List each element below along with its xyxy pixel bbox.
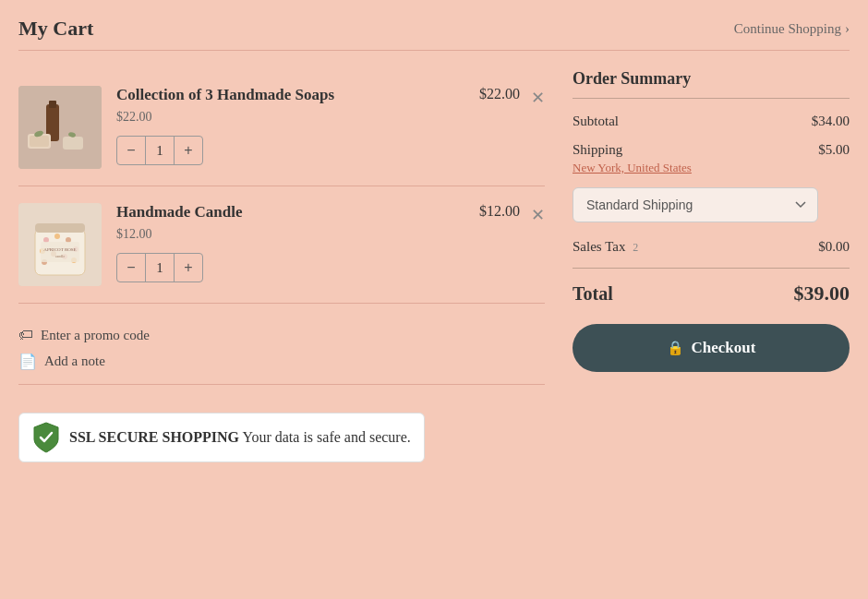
subtotal-row: Subtotal $34.00 [573, 114, 850, 129]
shipping-method-select[interactable]: Standard Shipping Express Shipping Free … [573, 187, 818, 222]
checkout-button[interactable]: 🔒 Checkout [573, 324, 850, 372]
sales-tax-label: Sales Tax 2 [573, 239, 638, 255]
remove-item-btn[interactable]: ✕ [531, 88, 545, 108]
shipping-label: Shipping [573, 142, 818, 158]
item-price-group: $12.00 ✕ [479, 203, 545, 225]
ssl-shield-icon [32, 421, 60, 454]
item-price-group: $22.00 ✕ [479, 86, 545, 108]
svg-rect-20 [41, 242, 79, 262]
quantity-increase-btn[interactable]: + [175, 137, 202, 164]
continue-shopping-link[interactable]: Continue Shopping › [734, 21, 850, 37]
cart-item: APRICOT ROSE candle Handmade Candle $12.… [18, 186, 545, 304]
add-note-link[interactable]: 📄 Add a note [18, 348, 545, 375]
ssl-text: SSL SECURE SHOPPING Your data is safe an… [69, 429, 411, 446]
main-layout: Collection of 3 Handmade Soaps $22.00 − … [18, 69, 850, 462]
ssl-badge: SSL SECURE SHOPPING Your data is safe an… [18, 413, 425, 462]
shipping-group: Shipping New York, United States Standar… [573, 142, 818, 222]
svg-rect-2 [49, 101, 56, 108]
promo-icon: 🏷 [18, 327, 33, 343]
quantity-value: 1 [145, 137, 175, 164]
quantity-increase-btn[interactable]: + [175, 254, 202, 282]
total-value: $39.00 [794, 282, 850, 305]
order-summary-section: Order Summary Subtotal $34.00 Shipping N… [573, 69, 850, 372]
item-total-price: $12.00 [479, 203, 520, 220]
item-name: Collection of 3 Handmade Soaps [116, 86, 464, 104]
shipping-row: Shipping New York, United States Standar… [573, 142, 850, 222]
quantity-control: − 1 + [116, 253, 203, 282]
total-divider [573, 268, 850, 269]
item-name: Handmade Candle [116, 203, 464, 222]
quantity-value: 1 [145, 254, 175, 282]
cart-actions: 🏷 Enter a promo code 📄 Add a note [18, 304, 545, 385]
svg-point-12 [54, 234, 60, 239]
item-details: Collection of 3 Handmade Soaps $22.00 − … [116, 86, 464, 165]
quantity-control: − 1 + [116, 136, 203, 165]
quantity-decrease-btn[interactable]: − [117, 254, 145, 282]
subtotal-value: $34.00 [812, 114, 850, 129]
shipping-value: $5.00 [818, 142, 850, 158]
cart-section: Collection of 3 Handmade Soaps $22.00 − … [18, 69, 545, 462]
total-row: Total $39.00 [573, 282, 850, 305]
sales-tax-row: Sales Tax 2 $0.00 [573, 235, 850, 255]
svg-rect-5 [63, 137, 83, 150]
shipping-location-link[interactable]: New York, United States [573, 160, 818, 176]
svg-text:candle: candle [55, 254, 66, 258]
soap-product-image [18, 86, 102, 169]
svg-rect-4 [30, 136, 49, 147]
total-label: Total [573, 283, 613, 305]
promo-code-link[interactable]: 🏷 Enter a promo code [18, 322, 545, 348]
page-container: My Cart Continue Shopping › [0, 0, 868, 599]
item-price-sub: $12.00 [116, 227, 464, 242]
quantity-decrease-btn[interactable]: − [117, 137, 145, 164]
svg-rect-0 [18, 86, 102, 169]
lock-icon: 🔒 [667, 340, 684, 356]
cart-item: Collection of 3 Handmade Soaps $22.00 − … [18, 69, 545, 186]
item-details: Handmade Candle $12.00 − 1 + [116, 203, 464, 282]
svg-rect-23 [35, 223, 85, 233]
candle-product-image: APRICOT ROSE candle [18, 203, 102, 286]
note-icon: 📄 [18, 353, 37, 370]
svg-text:APRICOT ROSE: APRICOT ROSE [43, 247, 76, 252]
order-summary-title: Order Summary [573, 69, 850, 99]
item-total-price: $22.00 [479, 86, 520, 102]
cart-header: My Cart Continue Shopping › [18, 17, 850, 51]
remove-item-btn[interactable]: ✕ [531, 205, 545, 225]
page-title: My Cart [18, 17, 93, 41]
subtotal-label: Subtotal [573, 114, 619, 129]
item-price-sub: $22.00 [116, 110, 464, 125]
sales-tax-value: $0.00 [818, 239, 850, 255]
